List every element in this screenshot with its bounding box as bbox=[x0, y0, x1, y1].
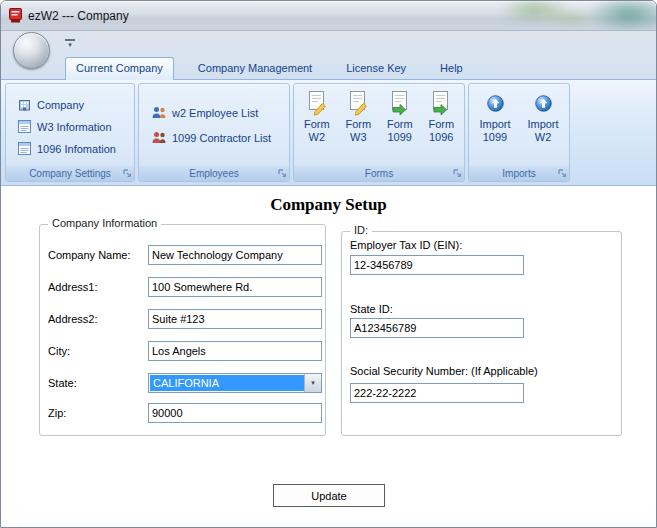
tab-current-company[interactable]: Current Company bbox=[65, 57, 174, 80]
city-label: City: bbox=[48, 345, 70, 357]
tab-company-management[interactable]: Company Management bbox=[188, 58, 322, 79]
ein-label: Employer Tax ID (EIN): bbox=[350, 239, 462, 251]
group-caption-label: Employees bbox=[189, 168, 238, 179]
ssn-input[interactable] bbox=[350, 383, 524, 403]
ribbon-item-1099-contractor-list[interactable]: 1099 Contractor List bbox=[148, 128, 289, 147]
ribbon-item-label: 1096 Infomation bbox=[37, 143, 116, 155]
group-caption-employees: Employees bbox=[139, 166, 289, 181]
ribbon-group-employees: w2 Employee List 1099 Contractor List bbox=[138, 83, 290, 182]
group-items: Import 1099 Import W2 bbox=[469, 84, 569, 166]
state-label: State: bbox=[48, 377, 77, 389]
company-information-legend: Company Information bbox=[48, 217, 161, 229]
ribbon-item-label: w2 Employee List bbox=[172, 107, 258, 119]
group-items: Company W3 Information bbox=[6, 84, 134, 166]
state-combobox[interactable]: CALIFORNIA ▼ bbox=[148, 373, 322, 393]
group-caption-label: Company Settings bbox=[29, 168, 111, 179]
ribbon-item-form-w2[interactable]: Form W2 bbox=[296, 87, 338, 166]
ribbon: Company W3 Information bbox=[1, 79, 656, 186]
company-icon bbox=[16, 98, 32, 112]
ribbon-item-label-line1: Form bbox=[387, 118, 413, 131]
address2-input[interactable] bbox=[148, 309, 322, 329]
ssn-label: Social Security Number: (If Applicable) bbox=[350, 365, 538, 377]
company-information-groupbox: Company Information Company Name: Addres… bbox=[39, 224, 326, 436]
window-title: ezW2 --- Company bbox=[28, 9, 129, 23]
ribbon-item-form-w3[interactable]: Form W3 bbox=[338, 87, 380, 166]
ribbon-item-import-1099[interactable]: Import 1099 bbox=[474, 87, 516, 166]
group-caption-label: Forms bbox=[365, 168, 393, 179]
id-legend: ID: bbox=[350, 224, 372, 236]
ribbon-item-w3-information[interactable]: W3 Information bbox=[13, 117, 130, 136]
ein-input[interactable] bbox=[350, 255, 524, 275]
tab-license-key[interactable]: License Key bbox=[336, 58, 416, 79]
ribbon-item-label-line2: 1099 bbox=[483, 131, 507, 144]
dialog-launcher-icon[interactable] bbox=[278, 169, 287, 178]
form-w2-icon bbox=[306, 88, 328, 118]
qat-customize-button[interactable]: ▾ bbox=[59, 35, 81, 51]
dialog-launcher-icon[interactable] bbox=[453, 169, 462, 178]
ribbon-item-form-1096[interactable]: Form 1096 bbox=[421, 87, 463, 166]
tab-help[interactable]: Help bbox=[430, 58, 473, 79]
city-row: City: bbox=[48, 341, 319, 362]
address2-label: Address2: bbox=[48, 313, 98, 325]
state-id-input[interactable] bbox=[350, 318, 524, 338]
address1-row: Address1: bbox=[48, 277, 319, 298]
application-menu-button[interactable] bbox=[13, 32, 50, 69]
ribbon-item-label-line2: W3 bbox=[350, 131, 367, 144]
company-name-label: Company Name: bbox=[48, 249, 131, 261]
state-selected-value: CALIFORNIA bbox=[150, 375, 304, 391]
ribbon-item-company[interactable]: Company bbox=[13, 95, 130, 114]
w3-form-icon bbox=[16, 120, 32, 134]
group-items: Form W2 Form W3 bbox=[294, 84, 464, 166]
group-caption-label: Imports bbox=[502, 168, 535, 179]
page-title: Company Setup bbox=[1, 195, 656, 215]
group-caption-company-settings: Company Settings bbox=[6, 166, 134, 181]
dialog-launcher-icon[interactable] bbox=[558, 169, 567, 178]
ribbon-item-label-line1: Form bbox=[345, 118, 371, 131]
import-1099-icon bbox=[487, 88, 504, 118]
update-button[interactable]: Update bbox=[273, 484, 385, 507]
ribbon-item-1096-information[interactable]: 1096 Infomation bbox=[13, 139, 130, 158]
address1-label: Address1: bbox=[48, 281, 98, 293]
contractors-icon bbox=[151, 131, 167, 145]
dialog-launcher-icon[interactable] bbox=[123, 169, 132, 178]
ribbon-item-w2-employee-list[interactable]: w2 Employee List bbox=[148, 103, 289, 122]
city-input[interactable] bbox=[148, 341, 322, 361]
group-items: w2 Employee List 1099 Contractor List bbox=[139, 84, 289, 166]
zip-row: Zip: bbox=[48, 403, 319, 424]
chevron-down-icon: ▾ bbox=[68, 42, 72, 48]
glass-reflection bbox=[545, 8, 597, 28]
ribbon-tabs: Current Company Company Management Licen… bbox=[65, 56, 473, 79]
company-name-row: Company Name: bbox=[48, 245, 319, 266]
ribbon-item-label-line2: 1096 bbox=[429, 131, 453, 144]
import-w2-icon bbox=[535, 88, 552, 118]
ribbon-group-forms: Form W2 Form W3 bbox=[293, 83, 465, 182]
ribbon-group-imports: Import 1099 Import W2 bbox=[468, 83, 570, 182]
ribbon-item-import-w2[interactable]: Import W2 bbox=[522, 87, 564, 166]
ribbon-item-label-line1: Form bbox=[304, 118, 330, 131]
zip-input[interactable] bbox=[148, 403, 322, 423]
glass-reflection bbox=[587, 1, 656, 31]
ribbon-item-label-line1: Import bbox=[479, 118, 510, 131]
title-bar: ezW2 --- Company bbox=[1, 1, 656, 31]
form-1099-icon bbox=[389, 88, 411, 118]
ribbon-item-label-line1: Form bbox=[428, 118, 454, 131]
address2-row: Address2: bbox=[48, 309, 319, 330]
ribbon-group-company-settings: Company W3 Information bbox=[5, 83, 135, 182]
id-groupbox: ID: Employer Tax ID (EIN): State ID: Soc… bbox=[341, 231, 622, 436]
zip-label: Zip: bbox=[48, 407, 66, 419]
ribbon-item-label-line2: W2 bbox=[309, 131, 326, 144]
app-window: ezW2 --- Company ▾ Current Company Compa… bbox=[0, 0, 657, 528]
ribbon-item-form-1099[interactable]: Form 1099 bbox=[379, 87, 421, 166]
1096-form-icon bbox=[16, 142, 32, 156]
chevron-down-icon: ▼ bbox=[310, 380, 316, 386]
glass-reflection bbox=[499, 1, 571, 25]
company-name-input[interactable] bbox=[148, 245, 322, 265]
group-caption-forms: Forms bbox=[294, 166, 464, 181]
ribbon-item-label-line1: Import bbox=[527, 118, 558, 131]
state-id-label: State ID: bbox=[350, 303, 393, 315]
ribbon-item-label-line2: W2 bbox=[535, 131, 552, 144]
employees-icon bbox=[151, 106, 167, 120]
form-1096-icon bbox=[430, 88, 452, 118]
address1-input[interactable] bbox=[148, 277, 322, 297]
combo-dropdown-button[interactable]: ▼ bbox=[304, 374, 321, 392]
